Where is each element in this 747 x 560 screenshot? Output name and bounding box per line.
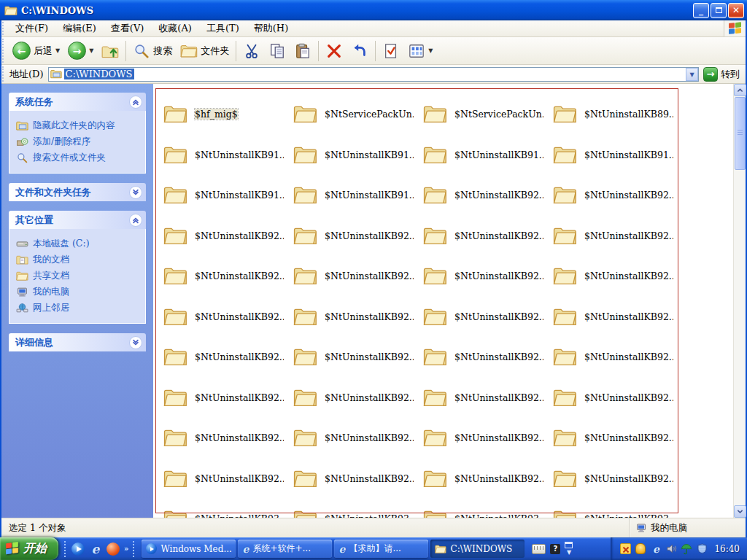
file-item[interactable]: $NtUninstallKB92... [420,256,550,297]
file-item[interactable]: $NtUninstallKB92... [290,297,420,338]
sidebar-place-item[interactable]: 共享文档 [16,268,142,284]
file-item[interactable]: $NtUninstallKB91... [160,175,290,216]
langbar-caret-icon[interactable]: ▼ [567,549,571,556]
sidebar-task-item[interactable]: 添加/删除程序 [16,133,142,149]
quicklaunch-overflow-chevron[interactable]: » [124,545,128,553]
address-value[interactable]: C:\WINDOWS [64,69,134,79]
file-list-area[interactable]: $hf_mig$ $NtServicePackUn... $NtServiceP… [153,84,746,518]
quicklaunch-grip[interactable] [64,541,67,557]
file-item[interactable]: $NtUninstallKB92... [550,459,680,499]
menu-favorites[interactable]: 收藏(A) [151,20,199,36]
addressbar-grip[interactable] [2,66,7,82]
scroll-up-button[interactable] [734,84,746,96]
up-button[interactable] [98,39,123,63]
sidebar-place-item[interactable]: 本地磁盘 (C:) [16,236,142,252]
sidebar-place-item[interactable]: 网上邻居 [16,300,142,316]
back-button[interactable]: ← 后退 ▼ [9,39,63,63]
file-item[interactable]: $NtUninstallKB92... [160,378,290,419]
firewall-shield-tray-icon[interactable] [696,543,708,555]
file-item[interactable]: $NtUninstallKB93... [420,499,550,518]
collapse-button[interactable] [129,214,142,227]
file-item[interactable]: $NtUninstallKB92... [550,378,680,419]
titlebar[interactable]: C:\WINDOWS _ ✕ [0,0,747,20]
taskbar-button[interactable]: e 系统+软件+... [238,540,332,558]
volume-tray-icon[interactable] [665,543,677,555]
file-item[interactable]: $NtUninstallKB92... [550,216,680,257]
panel-system-tasks-header[interactable]: 系统任务 [9,93,146,111]
sidebar-place-item[interactable]: 我的文档 [16,252,142,268]
scroll-down-button[interactable] [734,505,746,518]
menu-help[interactable]: 帮助(H) [247,20,295,36]
back-dropdown-icon[interactable]: ▼ [55,47,60,54]
file-item[interactable]: $NtUninstallKB92... [420,297,550,338]
wmp-quicklaunch-icon[interactable] [71,542,85,556]
checkdoc-button[interactable] [379,39,403,63]
panel-file-tasks-header[interactable]: 文件和文件夹任务 [9,183,146,201]
keyboard-icon[interactable] [532,544,546,554]
file-item[interactable]: $NtUninstallKB92... [290,337,420,378]
cut-button[interactable] [239,39,264,63]
file-item[interactable]: $NtUninstallKB92... [550,297,680,338]
msn-tray-icon[interactable]: e [650,543,662,555]
file-item[interactable]: $NtUninstallKB92... [160,297,290,338]
file-item[interactable]: $NtUninstallKB92... [420,459,550,499]
file-item[interactable]: $NtUninstallKB92... [290,216,420,257]
file-item[interactable]: $NtUninstallKB92... [550,175,680,216]
panel-details-header[interactable]: 详细信息 [9,333,146,351]
panel-other-places-header[interactable]: 其它位置 [9,211,146,229]
ime-help-icon[interactable]: ? [550,544,560,554]
file-item[interactable]: $NtUninstallKB92... [290,418,420,459]
start-button[interactable]: 开始 [0,537,58,560]
file-item[interactable]: $NtServicePackUn... [420,94,550,135]
file-item[interactable]: $NtUninstallKB92... [290,459,420,499]
file-item[interactable]: $NtUninstallKB92... [420,175,550,216]
file-item[interactable]: $NtUninstallKB92... [290,256,420,297]
foxmail-quicklaunch-icon[interactable] [107,542,120,556]
file-item[interactable]: $NtUninstallKB91... [420,135,550,176]
paste-button[interactable] [290,39,315,63]
menu-view[interactable]: 查看(V) [104,20,152,36]
forward-button[interactable]: → ▼ [64,39,97,63]
expand-button[interactable] [129,336,142,349]
file-item[interactable]: $NtUninstallKB92... [420,216,550,257]
menubar-grip[interactable] [2,22,7,35]
file-item[interactable]: $NtUninstallKB92... [290,378,420,419]
views-dropdown-icon[interactable]: ▼ [428,47,433,54]
file-item[interactable]: $NtUninstallKB92... [420,418,550,459]
go-button[interactable]: → 转到 [699,67,746,82]
taskbar-button[interactable]: e 【求助】请... [334,540,428,558]
menu-file[interactable]: 文件(F) [8,20,55,36]
taskbar-button[interactable]: Windows Med... [142,540,236,558]
delete-button[interactable] [322,39,347,63]
file-item[interactable]: $hf_mig$ [160,94,290,135]
file-item[interactable]: $NtUninstallKB93... [160,499,290,518]
collapse-button[interactable] [129,96,142,109]
forward-dropdown-icon[interactable]: ▼ [89,47,93,54]
close-button[interactable]: ✕ [728,3,744,18]
address-dropdown-button[interactable]: ▼ [686,68,698,81]
file-item[interactable]: $NtUninstallKB92... [160,418,290,459]
address-input[interactable]: C:\WINDOWS ▼ [48,67,699,82]
folders-button[interactable]: 文件夹 [177,39,233,63]
file-item[interactable]: $NtUninstallKB92... [420,337,550,378]
sidebar-place-item[interactable]: 我的电脑 [16,284,142,300]
antivirus-umbrella-tray-icon[interactable] [681,543,692,555]
search-button[interactable]: 搜索 [129,39,176,63]
file-item[interactable]: $NtUninstallKB93... [290,499,420,518]
sidebar-task-item[interactable]: 搜索文件或文件夹 [16,149,142,166]
menu-tools[interactable]: 工具(T) [199,20,247,36]
expand-button[interactable] [129,186,142,199]
toolbar-grip[interactable] [2,39,7,63]
file-item[interactable]: $NtUninstallKB89... [550,94,680,135]
views-button[interactable]: ▼ [404,39,436,63]
undo-button[interactable] [347,39,372,63]
file-item[interactable]: $NtUninstallKB92... [160,459,290,499]
file-item[interactable]: $NtUninstallKB92... [420,378,550,419]
file-item[interactable]: $NtUninstallKB91... [290,175,420,216]
file-item[interactable]: $NtUninstallKB92... [160,337,290,378]
ie-quicklaunch-icon[interactable]: e [89,542,102,556]
copy-button[interactable] [265,39,290,63]
file-item[interactable]: $NtServicePackUn... [290,94,420,135]
file-item[interactable]: $NtUninstallKB92... [550,256,680,297]
scrollbar-thumb[interactable] [735,97,746,170]
